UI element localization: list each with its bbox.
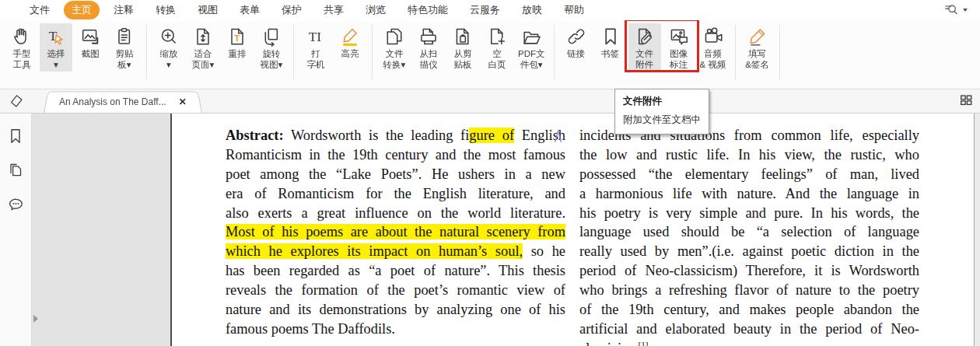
text-segment: Wordsworth is the leading fi — [284, 128, 470, 143]
portfolio-icon — [520, 26, 542, 47]
select-button[interactable]: T选择 ▾ — [40, 23, 72, 72]
toolbar-divider — [554, 25, 555, 79]
page-clipboard-icon — [452, 26, 474, 47]
from-clipboard-button[interactable]: 从剪 贴板 — [446, 23, 479, 72]
highlight-annotation: which he explores its impact on human’s … — [226, 243, 523, 259]
svg-text:TI: TI — [309, 29, 322, 44]
scanner-icon — [418, 26, 439, 47]
menu-cloud[interactable]: 云服务 — [462, 1, 508, 19]
search-icon — [943, 2, 959, 18]
bookmark-button[interactable]: 书签 — [594, 23, 627, 61]
text-line: which he explores its impact on human’s … — [226, 242, 565, 261]
highlight-annotation: Most of his poems are about the natural … — [226, 224, 565, 239]
toolbar-divider — [372, 25, 373, 79]
text-segment: famous poems The Daffodils. — [226, 321, 395, 337]
text-line: has been regarded as “a poet of nature”.… — [226, 261, 565, 281]
hand-tool-button[interactable]: 手型 工具 — [5, 23, 38, 72]
highlight-icon — [339, 26, 361, 47]
menu-view[interactable]: 视图 — [190, 1, 226, 19]
pages-panel-button[interactable] — [6, 161, 25, 180]
menu-home[interactable]: 主页 — [64, 1, 100, 19]
menu-slideshow[interactable]: 放映 — [514, 1, 550, 19]
toolbar-divider — [146, 25, 147, 79]
file-attachment-button[interactable]: 文件 附件 — [628, 23, 661, 72]
rotate-icon — [261, 26, 282, 47]
fill-sign-button[interactable]: 填写 &签名 — [741, 23, 774, 72]
menu-form[interactable]: 表单 — [232, 1, 268, 19]
button-label: 旋转 视图▾ — [261, 48, 283, 70]
pdf-portfolio-button[interactable]: PDF文 件包▾ — [515, 23, 548, 72]
button-label: 链接 — [567, 48, 585, 59]
bookmarks-panel-button[interactable] — [6, 127, 25, 145]
menu-browse[interactable]: 浏览 — [358, 1, 394, 19]
text-line: of the 19th century, and makes people ab… — [579, 300, 919, 320]
grid-layout-icon[interactable] — [959, 93, 973, 107]
menu-features[interactable]: 特色功能 — [400, 1, 456, 19]
text-segment: era of Romanticism for the English liter… — [226, 186, 565, 201]
snapshot-button[interactable]: 截图 — [74, 23, 107, 61]
menu-convert[interactable]: 转换 — [148, 1, 184, 19]
menu-protect[interactable]: 保护 — [274, 1, 310, 19]
text-line: reveals the formation of the poet’s roma… — [226, 281, 565, 300]
button-label: 从扫 描仪 — [420, 48, 438, 70]
text-line: really used by men”.(i.e. against poetic… — [579, 242, 919, 261]
bookmark-icon — [6, 127, 25, 145]
text-line: also exerts a great influence on the wor… — [226, 204, 565, 223]
zoom-icon — [158, 26, 180, 47]
typewriter-icon: TI — [305, 26, 327, 47]
fit-page-button[interactable]: 适合 页面▾ — [187, 23, 219, 72]
text-segment: classicism — [579, 341, 639, 346]
menu-comment[interactable]: 注释 — [106, 1, 142, 19]
navigation-rail — [0, 110, 32, 346]
file-convert-button[interactable]: 文件 转换▾ — [378, 23, 411, 72]
vertical-scrollbar[interactable] — [974, 110, 980, 346]
button-label: 缩放 ▾ — [160, 48, 178, 70]
highlight-button[interactable]: 高亮 — [334, 23, 366, 61]
document-tab[interactable]: An Analysis on The Daff... ✕ — [44, 90, 202, 113]
reflow-icon: T — [226, 26, 248, 47]
svg-text:T: T — [234, 33, 240, 43]
comments-panel-button[interactable] — [6, 195, 25, 214]
menu-help[interactable]: 帮助 — [556, 1, 592, 19]
text-line: nature and its demonstrations by analyzi… — [226, 300, 565, 320]
button-label: 重排 — [229, 48, 247, 59]
menubar: 文件主页注释转换视图表单保护共享浏览特色功能云服务放映帮助 — [0, 0, 980, 20]
button-label: 从剪 贴板 — [454, 48, 472, 70]
text-line: who brings a refreshing flavor of nature… — [579, 281, 919, 300]
audio-video-button[interactable]: 音频 & 视频 — [697, 23, 730, 72]
typewriter-button[interactable]: TI打 字机 — [299, 23, 332, 72]
rotate-view-button[interactable]: 旋转 视图▾ — [255, 23, 288, 72]
text-line: Abstract: Wordsworth is the leading figu… — [226, 126, 565, 145]
menubar-items: 文件主页注释转换视图表单保护共享浏览特色功能云服务放映帮助 — [19, 1, 595, 19]
highlight-annotation: gure of — [469, 128, 514, 143]
chevron-down-icon — [963, 9, 968, 12]
text-line: poet among the “Lake Poets”. He ushers i… — [226, 165, 565, 184]
link-button[interactable]: 链接 — [560, 23, 593, 61]
eraser-icon[interactable] — [8, 93, 25, 110]
video-camera-icon — [702, 26, 724, 47]
reflow-button[interactable]: T重排 — [221, 23, 254, 61]
menu-share[interactable]: 共享 — [316, 1, 352, 19]
caret-annotation — [554, 130, 562, 146]
tooltip: 文件附件 附加文件至文档中 — [614, 89, 709, 135]
text-line: classicism[1] — [579, 339, 919, 346]
clipboard-button[interactable]: 剪贴 板▾ — [108, 23, 141, 72]
text-line: Most of his poems are about the natural … — [226, 222, 565, 242]
text-segment: really used by men”.(i.e. against poetic… — [579, 243, 919, 259]
button-label: 音频 & 视频 — [700, 48, 726, 70]
menu-file[interactable]: 文件 — [22, 1, 58, 19]
image-annotation-button[interactable]: 图像 标注 — [663, 23, 695, 72]
text-line: era of Romanticism for the English liter… — [226, 184, 565, 204]
snapshot-icon — [79, 26, 101, 47]
from-scanner-button[interactable]: 从扫 描仪 — [412, 23, 445, 72]
toolbar-divider — [779, 25, 780, 79]
close-icon[interactable]: ✕ — [179, 96, 187, 107]
button-label: 高亮 — [341, 48, 359, 59]
blank-page-button[interactable]: 空 白页 — [481, 23, 513, 72]
text-line: period of Neo-classicism) Therefore, it … — [579, 261, 919, 281]
panel-expand-handle[interactable] — [33, 315, 38, 323]
text-segment: language used should be “a selection of … — [579, 224, 919, 239]
search-button[interactable] — [943, 2, 980, 18]
zoom-button[interactable]: 缩放 ▾ — [152, 23, 185, 72]
text-segment: so he — [523, 243, 565, 259]
